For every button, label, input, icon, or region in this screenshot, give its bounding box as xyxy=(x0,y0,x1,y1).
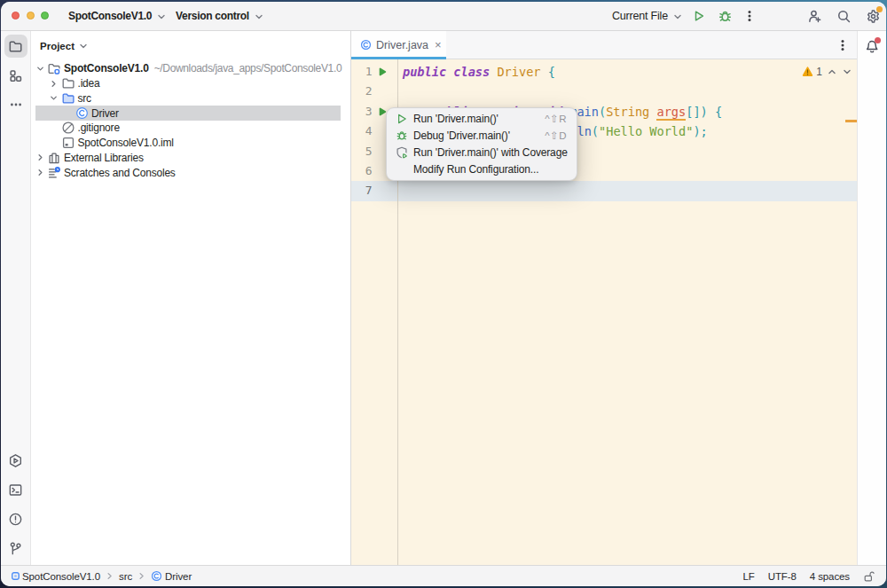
tool-button-terminal[interactable] xyxy=(4,478,27,501)
tree-item-spotconsolev1-0-iml[interactable]: SpotConsoleV1.0.iml xyxy=(31,136,350,151)
tree-item--idea[interactable]: .idea xyxy=(31,76,350,91)
settings-button[interactable] xyxy=(862,2,883,30)
chevron-down-icon xyxy=(254,12,264,22)
tool-button-more-tools[interactable] xyxy=(4,93,27,116)
code-line-2: 2 xyxy=(351,82,857,101)
notifications-button[interactable] xyxy=(864,39,880,55)
tool-button-problems[interactable] xyxy=(4,507,27,530)
tool-button-structure[interactable] xyxy=(4,64,27,87)
debug-outline-icon xyxy=(396,129,408,142)
class-icon xyxy=(75,106,89,121)
libraries-icon xyxy=(47,151,61,165)
tab-label: Driver.java xyxy=(376,39,428,51)
right-tool-strip xyxy=(857,31,886,565)
code-editor[interactable]: 1public class Driver {23 public static v… xyxy=(351,59,857,565)
chevron-right-icon[interactable] xyxy=(47,76,61,90)
problems-icon xyxy=(8,512,23,527)
search-everywhere-button[interactable] xyxy=(833,2,854,30)
menu-item-debug[interactable]: Debug 'Driver.main()'^⇧D xyxy=(387,128,577,145)
chevron-down-icon[interactable] xyxy=(47,91,61,106)
git-branch-icon xyxy=(8,541,23,556)
tree-item-driver[interactable]: Driver xyxy=(31,106,350,121)
tree-spacer xyxy=(60,106,75,121)
statusbar-breadcrumbs: SpotConsoleV1.0src Driver xyxy=(12,570,192,582)
class-icon xyxy=(151,570,162,582)
tool-button-version-control[interactable] xyxy=(4,537,27,560)
chevron-right-icon[interactable] xyxy=(33,166,47,180)
run-outline-icon xyxy=(396,113,408,125)
breadcrumb-driver[interactable]: Driver xyxy=(151,570,192,582)
run-button[interactable] xyxy=(688,2,710,30)
chevron-down-icon xyxy=(78,41,89,51)
project-root-icon xyxy=(47,61,61,75)
menu-item-run[interactable]: Run 'Driver.main()'^⇧R xyxy=(387,111,577,128)
tab-close-icon[interactable]: × xyxy=(435,38,442,51)
vcs-widget-label: Version control xyxy=(176,10,249,22)
close-window-button[interactable] xyxy=(12,12,20,20)
chevron-down-icon[interactable] xyxy=(33,61,47,75)
inspection-widget[interactable]: 1 xyxy=(802,65,852,79)
menu-item-run-with-coverage[interactable]: Run 'Driver.main()' with Coverage xyxy=(387,145,577,161)
next-problem-button[interactable] xyxy=(842,67,852,77)
tree-item-label: Driver xyxy=(91,107,119,120)
encoding-widget[interactable]: UTF-8 xyxy=(768,571,797,582)
tool-button-services[interactable] xyxy=(4,449,27,472)
tree-item-scratches-and-consoles[interactable]: Scratches and Consoles xyxy=(31,165,350,180)
run-configuration-selector[interactable]: Current File xyxy=(612,2,683,30)
line-number[interactable]: 5 xyxy=(351,142,373,161)
tree-item-label: SpotConsoleV1.0 xyxy=(64,62,149,74)
tree-item--gitignore[interactable]: .gitignore xyxy=(31,121,350,136)
run-gutter-icon[interactable] xyxy=(378,107,387,116)
unlocked-icon[interactable] xyxy=(863,570,875,583)
tree-item-label: SpotConsoleV1.0.iml xyxy=(78,137,174,149)
left-tool-strip xyxy=(1,31,31,565)
line-number[interactable]: 2 xyxy=(351,82,373,101)
notification-badge xyxy=(875,37,881,43)
code-with-me-button[interactable] xyxy=(804,2,825,30)
code-line-1: 1public class Driver { xyxy=(351,62,857,82)
zoom-window-button[interactable] xyxy=(41,12,49,20)
menu-item-shortcut: ^⇧R xyxy=(545,113,567,125)
tree-item-src[interactable]: src xyxy=(31,91,350,106)
line-number[interactable]: 7 xyxy=(351,181,373,200)
line-number[interactable]: 3 xyxy=(351,102,373,122)
project-tree: SpotConsoleV1.0~/Downloads/java_apps/Spo… xyxy=(31,61,350,180)
menu-item-label: Modify Run Configuration... xyxy=(413,163,538,176)
structure-icon xyxy=(8,68,23,83)
more-horizontal-icon xyxy=(9,98,23,112)
indent-widget[interactable]: 4 spaces xyxy=(810,571,850,582)
scratches-icon xyxy=(47,166,61,180)
breadcrumb-label: src xyxy=(119,571,132,582)
line-number[interactable]: 4 xyxy=(351,122,373,141)
line-number[interactable]: 6 xyxy=(351,161,373,181)
project-panel-header[interactable]: Project xyxy=(31,31,350,60)
breadcrumb-src[interactable]: src xyxy=(119,571,132,582)
project-selector[interactable]: SpotConsoleV1.0 xyxy=(68,2,167,30)
breadcrumb-spotconsolev1.0[interactable]: SpotConsoleV1.0 xyxy=(12,571,100,582)
tree-item-label: Scratches and Consoles xyxy=(64,167,176,179)
vcs-widget[interactable]: Version control xyxy=(176,2,264,30)
scrollbar-warning-mark[interactable] xyxy=(845,120,857,122)
search-icon xyxy=(836,9,852,24)
previous-problem-button[interactable] xyxy=(827,67,837,77)
chevron-down-icon xyxy=(156,12,167,22)
debug-button[interactable] xyxy=(714,2,735,30)
coverage-icon xyxy=(396,146,408,159)
class-icon xyxy=(360,39,372,51)
tab-options-button[interactable] xyxy=(832,31,853,59)
run-gutter-icon[interactable] xyxy=(378,67,387,76)
run-configuration-label: Current File xyxy=(612,10,668,22)
line-ending-widget[interactable]: LF xyxy=(742,571,754,582)
tab-driver-java[interactable]: Driver.java × xyxy=(351,31,446,59)
minimize-window-button[interactable] xyxy=(27,12,35,20)
menu-item-label: Debug 'Driver.main()' xyxy=(413,129,510,142)
add-user-icon xyxy=(807,9,822,24)
menu-item-modify-run-configuration[interactable]: Modify Run Configuration... xyxy=(387,161,577,178)
line-number[interactable]: 1 xyxy=(351,62,373,82)
tree-item-external-libraries[interactable]: External Libraries xyxy=(31,151,350,166)
more-actions-button[interactable] xyxy=(739,2,760,30)
tree-item-spotconsolev1-0[interactable]: SpotConsoleV1.0~/Downloads/java_apps/Spo… xyxy=(31,61,350,76)
tool-button-project[interactable] xyxy=(4,35,27,58)
chevron-right-icon[interactable] xyxy=(33,151,47,165)
tree-item-label: External Libraries xyxy=(64,152,144,164)
